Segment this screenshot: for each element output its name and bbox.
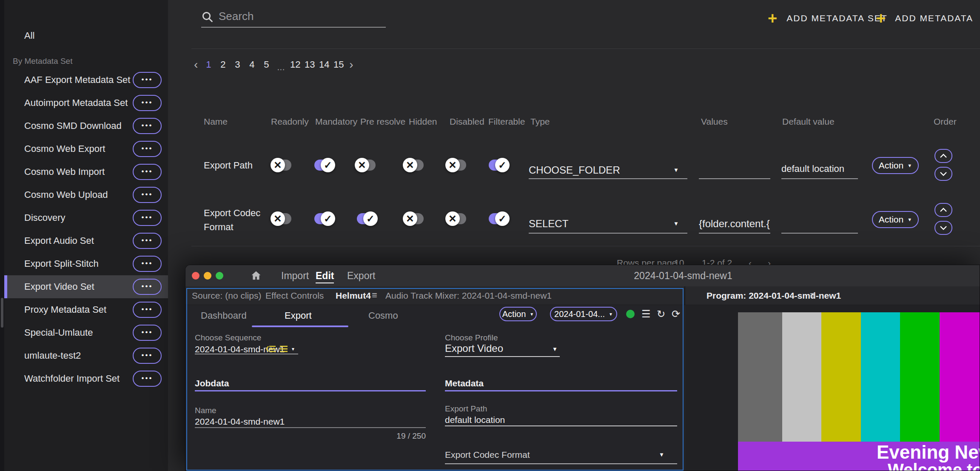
- more-options-button[interactable]: •••: [133, 72, 162, 88]
- move-up-button[interactable]: [934, 203, 952, 217]
- window-titlebar[interactable]: Import Edit Export 2024-01-04-smd-new1: [185, 265, 980, 286]
- mandatory-toggle[interactable]: [314, 213, 333, 224]
- more-options-button[interactable]: •••: [133, 118, 162, 134]
- action-button[interactable]: Action▼: [872, 211, 919, 228]
- values-underline[interactable]: [699, 178, 770, 179]
- filterable-toggle[interactable]: [489, 213, 507, 224]
- more-options-button[interactable]: •••: [133, 279, 162, 295]
- tab-import[interactable]: Import: [281, 265, 309, 286]
- more-options-button[interactable]: •••: [133, 141, 162, 157]
- more-options-button[interactable]: •••: [133, 325, 162, 341]
- type-select[interactable]: CHOOSE_FOLDER: [529, 164, 620, 176]
- dropdown-arrow-icon[interactable]: ▼: [673, 220, 679, 227]
- sidebar-item[interactable]: Export Split-Stitch•••: [4, 252, 168, 275]
- next-page-icon[interactable]: ›: [349, 58, 353, 71]
- more-options-button[interactable]: •••: [133, 348, 162, 364]
- sidebar-item[interactable]: umlaute-test2•••: [4, 344, 168, 367]
- readonly-toggle[interactable]: [273, 160, 291, 171]
- page-button[interactable]: 13: [304, 59, 315, 70]
- sidebar-item[interactable]: Discovery•••: [4, 206, 168, 229]
- helmut-tab-cosmo[interactable]: Cosmo: [368, 305, 398, 326]
- dropdown-arrow-icon[interactable]: ▼: [552, 346, 558, 352]
- panel-tab-effects[interactable]: Effect Controls: [265, 286, 324, 305]
- sidebar-item[interactable]: Autoimport Metadata Set•••: [4, 91, 168, 114]
- panel-tab-helmut[interactable]: Helmut4: [336, 286, 371, 305]
- disabled-toggle[interactable]: [447, 160, 466, 171]
- list-menu-icon[interactable]: [280, 345, 288, 353]
- more-options-button[interactable]: •••: [133, 187, 162, 203]
- tab-edit[interactable]: Edit: [316, 265, 334, 286]
- previous-page-icon[interactable]: ‹: [194, 58, 198, 71]
- more-options-button[interactable]: •••: [133, 233, 162, 249]
- refresh-icon[interactable]: ↻: [657, 308, 665, 320]
- move-down-button[interactable]: [934, 167, 952, 181]
- more-options-button[interactable]: •••: [133, 302, 162, 318]
- page-button[interactable]: 4: [246, 59, 257, 70]
- sidebar-item-selected[interactable]: Export Video Set•••: [4, 275, 168, 298]
- move-down-button[interactable]: [934, 221, 952, 235]
- action-button[interactable]: Action▼: [872, 157, 919, 174]
- preresolve-toggle[interactable]: [357, 160, 376, 171]
- close-window-button[interactable]: [192, 272, 199, 280]
- default-value-field[interactable]: default location: [781, 163, 844, 174]
- mandatory-toggle[interactable]: [314, 160, 333, 171]
- more-options-button[interactable]: •••: [133, 210, 162, 226]
- panel-tab-audio-mixer[interactable]: Audio Track Mixer: 2024-01-04-smd-new1: [385, 286, 552, 305]
- readonly-toggle[interactable]: [273, 213, 291, 224]
- default-underline[interactable]: [781, 233, 858, 234]
- sidebar-item[interactable]: Watchfolder Import Set•••: [4, 367, 168, 390]
- panel-menu-icon[interactable]: ≡: [810, 286, 815, 305]
- queue-list-icon[interactable]: ☰: [641, 308, 651, 320]
- page-button[interactable]: 3: [232, 59, 243, 70]
- page-button[interactable]: 14: [319, 59, 330, 70]
- dropdown-arrow-icon[interactable]: ▼: [291, 347, 295, 351]
- add-metadata-button[interactable]: + ADD METADATA: [876, 9, 973, 27]
- panel-menu-icon[interactable]: ≡: [372, 286, 377, 305]
- values-field[interactable]: {folder.content.{: [699, 218, 770, 230]
- sidebar-item[interactable]: Cosmo Web Import•••: [4, 160, 168, 183]
- helmut-tab-export[interactable]: Export: [285, 305, 312, 326]
- export-codec-select[interactable]: Export Codec Format: [445, 450, 530, 460]
- move-up-button[interactable]: [934, 149, 952, 163]
- more-options-button[interactable]: •••: [133, 371, 162, 387]
- search-input[interactable]: [218, 8, 379, 25]
- more-options-button[interactable]: •••: [133, 95, 162, 111]
- sidebar-item[interactable]: Cosmo Web Export•••: [4, 137, 168, 160]
- sidebar-item[interactable]: Export Audio Set•••: [4, 229, 168, 252]
- sidebar-scrollbar[interactable]: [1, 298, 3, 328]
- home-icon[interactable]: [250, 270, 262, 282]
- sidebar-item[interactable]: Special-Umlaute•••: [4, 321, 168, 344]
- dropdown-arrow-icon[interactable]: ▼: [673, 167, 679, 173]
- more-options-button[interactable]: •••: [133, 256, 162, 272]
- add-metadata-set-button[interactable]: + ADD METADATA SET: [768, 9, 888, 27]
- sidebar-item-all[interactable]: All: [4, 26, 168, 46]
- hidden-toggle[interactable]: [405, 213, 424, 224]
- page-button[interactable]: 15: [333, 59, 344, 70]
- preset-dropdown[interactable]: 2024-01-04...▼: [550, 307, 617, 321]
- more-options-button[interactable]: •••: [133, 164, 162, 180]
- sidebar-item[interactable]: Cosmo SMD Download•••: [4, 114, 168, 137]
- disabled-toggle[interactable]: [447, 213, 466, 224]
- filterable-toggle[interactable]: [489, 160, 507, 171]
- minimize-window-button[interactable]: [204, 272, 211, 280]
- name-input[interactable]: 2024-01-04-smd-new1: [195, 417, 285, 427]
- dropdown-arrow-icon[interactable]: ▼: [659, 451, 664, 458]
- action-dropdown[interactable]: Action▼: [499, 307, 537, 321]
- page-button[interactable]: 2: [217, 59, 228, 70]
- tab-export[interactable]: Export: [347, 265, 375, 286]
- sidebar-item[interactable]: Proxy Metadata Set•••: [4, 298, 168, 321]
- hidden-toggle[interactable]: [405, 160, 424, 171]
- page-button[interactable]: 5: [261, 59, 272, 70]
- page-button[interactable]: 12: [290, 59, 301, 70]
- sequence-icon[interactable]: [266, 345, 276, 353]
- panel-tab-source[interactable]: Source: (no clips): [192, 286, 261, 305]
- maximize-window-button[interactable]: [216, 272, 223, 280]
- page-button[interactable]: 1: [203, 59, 214, 70]
- sidebar-item[interactable]: AAF Export Metadata Set•••: [4, 69, 168, 91]
- panel-tab-program[interactable]: Program: 2024-01-04-smd-new1: [707, 286, 841, 305]
- helmut-tab-dashboard[interactable]: Dashboard: [201, 305, 247, 326]
- choose-profile-select[interactable]: Export Video: [445, 343, 503, 354]
- preresolve-toggle[interactable]: [357, 213, 376, 224]
- sync-icon[interactable]: ⟳: [672, 308, 680, 320]
- export-path-input[interactable]: default location: [445, 415, 505, 425]
